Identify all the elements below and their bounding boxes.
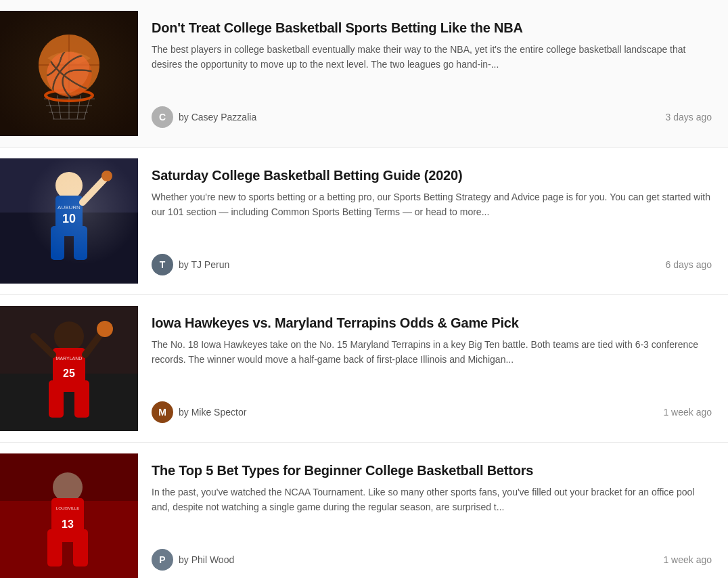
article-excerpt-4: In the past, you've watched the NCAA Tou… [152,485,712,543]
article-date-4: 1 week ago [663,554,712,565]
author-name-2: by TJ Perun [179,259,229,270]
svg-point-14 [101,171,112,181]
author-name-1: by Casey Pazzalia [179,112,256,123]
article-meta-3: M by Mike Spector 1 week ago [152,401,712,423]
svg-point-30 [53,472,83,502]
article-thumbnail-2: 10 AUBURN [0,158,138,284]
article-content-4: The Top 5 Bet Types for Beginner College… [138,453,728,578]
svg-text:LOUISVILLE: LOUISVILLE [56,506,79,510]
svg-rect-11 [51,226,64,260]
article-thumbnail-4: 13 LOUISVILLE [0,453,138,578]
author-name-3: by Mike Spector [179,407,246,418]
article-title-3: Iowa Hawkeyes vs. Maryland Terrapins Odd… [152,314,712,332]
article-excerpt-2: Whether you're new to sports betting or … [152,190,712,248]
svg-text:13: 13 [62,518,74,530]
article-thumbnail-3: 25 MARYLAND [0,306,138,431]
svg-text:25: 25 [63,368,75,379]
svg-rect-35 [73,529,88,566]
svg-rect-12 [74,226,87,260]
article-card-4[interactable]: 13 LOUISVILLE The Top 5 Bet Types for Be… [0,443,728,578]
article-thumbnail-1 [0,11,138,136]
article-card-3[interactable]: 25 MARYLAND Iowa Hawkeyes vs. Maryland T… [0,295,728,443]
article-card-1[interactable]: Don't Treat College Basketball Sports Be… [0,0,728,148]
svg-line-13 [83,179,105,202]
article-title-1: Don't Treat College Basketball Sports Be… [152,19,712,37]
article-content-1: Don't Treat College Basketball Sports Be… [138,11,728,136]
article-meta-1: C by Casey Pazzalia 3 days ago [152,106,712,128]
articles-list: Don't Treat College Basketball Sports Be… [0,0,728,578]
article-excerpt-3: The No. 18 Iowa Hawkeyes take on the No.… [152,337,712,396]
author-info-3: M by Mike Spector [152,401,246,423]
article-date-2: 6 days ago [666,259,712,270]
svg-rect-34 [47,529,62,566]
svg-rect-6 [0,158,138,284]
author-avatar-2: T [152,254,173,275]
svg-point-18 [54,321,84,351]
svg-text:MARYLAND: MARYLAND [56,356,83,361]
author-info-2: T by TJ Perun [152,254,229,275]
author-avatar-3: M [152,401,173,423]
svg-rect-7 [0,158,138,213]
author-avatar-1: C [152,106,173,128]
svg-rect-22 [49,380,64,418]
author-avatar-4: P [152,549,173,571]
article-card-2[interactable]: 10 AUBURN Saturday College Basketball Be… [0,148,728,295]
article-title-2: Saturday College Basketball Betting Guid… [152,166,712,184]
svg-point-26 [97,321,113,337]
article-excerpt-1: The best players in college basketball e… [152,42,712,101]
svg-text:AUBURN: AUBURN [58,204,81,210]
author-name-4: by Phil Wood [179,554,234,565]
article-date-3: 1 week ago [663,407,712,418]
article-content-2: Saturday College Basketball Betting Guid… [138,158,728,284]
svg-point-8 [55,172,83,199]
author-info-1: C by Casey Pazzalia [152,106,256,128]
svg-text:10: 10 [62,212,76,225]
article-content-3: Iowa Hawkeyes vs. Maryland Terrapins Odd… [138,306,728,431]
article-meta-4: P by Phil Wood 1 week ago [152,549,712,571]
svg-rect-5 [0,158,138,284]
svg-rect-23 [74,380,89,418]
svg-rect-9 [55,196,83,236]
article-date-1: 3 days ago [666,112,712,123]
author-info-4: P by Phil Wood [152,549,234,571]
article-title-4: The Top 5 Bet Types for Beginner College… [152,462,712,479]
article-meta-2: T by TJ Perun 6 days ago [152,254,712,275]
